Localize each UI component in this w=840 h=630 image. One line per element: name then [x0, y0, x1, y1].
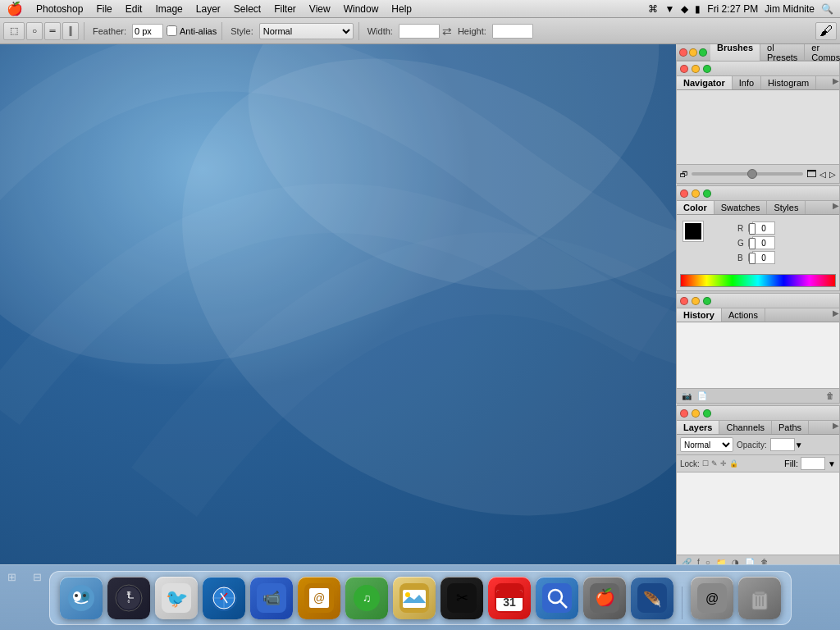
menu-view[interactable]: View	[303, 2, 337, 16]
color-panel-menu[interactable]: ▶	[833, 201, 839, 214]
history-delete[interactable]: 🗑	[824, 390, 836, 401]
feather-input[interactable]	[132, 24, 163, 39]
width-input[interactable]	[399, 24, 440, 39]
anti-alias-group[interactable]: Anti-alias	[167, 25, 217, 36]
blue-value-input[interactable]	[752, 251, 775, 264]
rectangular-marquee-btn[interactable]: ⬚	[3, 22, 25, 40]
lock-transparent-btn[interactable]: ☐	[702, 459, 709, 468]
lock-image-btn[interactable]: ✎	[711, 459, 718, 468]
elliptical-marquee-btn[interactable]: ○	[26, 22, 43, 40]
bluetooth-icon[interactable]: ⌘	[648, 3, 658, 15]
close-btn-layers[interactable]	[680, 409, 688, 418]
fill-input[interactable]	[801, 457, 825, 470]
green-track[interactable]	[748, 239, 750, 247]
dock-facetime[interactable]: 📹	[250, 577, 293, 619]
close-btn-nav[interactable]	[680, 65, 688, 73]
wifi-icon[interactable]: ▼	[664, 3, 674, 15]
lock-all-btn[interactable]: 🔒	[729, 459, 738, 468]
volume-icon[interactable]: ◆	[681, 3, 688, 15]
minimize-btn-history[interactable]	[692, 297, 700, 305]
dock-iphoto[interactable]	[393, 577, 436, 619]
menu-filter[interactable]: Filter	[267, 2, 303, 16]
layer-delete-icon[interactable]: 🗑	[759, 557, 770, 564]
tool-preset-btn[interactable]: 🖌	[815, 22, 837, 40]
dock-trash[interactable]	[738, 577, 781, 619]
dock-mail-right[interactable]: @	[691, 577, 733, 619]
tab-swatches[interactable]: Swatches	[714, 201, 768, 214]
dock-finder[interactable]	[60, 577, 103, 619]
red-thumb[interactable]	[749, 223, 756, 235]
close-btn-brushes[interactable]	[679, 48, 687, 57]
anti-alias-checkbox[interactable]	[167, 25, 177, 36]
swap-icon[interactable]: ⇄	[442, 25, 452, 38]
dock-clock[interactable]: 12 6	[107, 577, 150, 619]
lock-position-btn[interactable]: ✛	[720, 459, 727, 468]
tab-channels[interactable]: Channels	[719, 421, 771, 434]
menu-layer[interactable]: Layer	[189, 2, 227, 16]
blue-track[interactable]	[748, 253, 750, 262]
close-btn-color[interactable]	[680, 189, 688, 198]
minimize-btn-color[interactable]	[692, 189, 700, 198]
color-spectrum[interactable]	[680, 274, 836, 287]
zoom-btn-history[interactable]	[703, 297, 711, 305]
layer-link-icon[interactable]: 🔗	[680, 557, 693, 564]
tab-histogram[interactable]: Histogram	[761, 76, 816, 89]
blue-thumb[interactable]	[749, 253, 756, 264]
zoom-btn-nav[interactable]	[703, 65, 711, 73]
dock-finalcut[interactable]: ✂	[441, 577, 483, 619]
dock-isearch[interactable]	[536, 577, 578, 619]
tab-history[interactable]: History	[677, 308, 722, 322]
menu-select[interactable]: Select	[227, 2, 267, 16]
battery-icon[interactable]: ▮	[695, 3, 701, 15]
tab-info[interactable]: Info	[733, 76, 761, 89]
history-new-snapshot[interactable]: 📷	[680, 390, 693, 401]
minimize-btn-nav[interactable]	[692, 65, 700, 73]
green-value-input[interactable]	[752, 236, 775, 249]
green-thumb[interactable]	[749, 238, 756, 249]
single-col-btn[interactable]: ║	[62, 22, 79, 40]
layer-adj-icon[interactable]: ◑	[730, 557, 741, 564]
menu-image[interactable]: Image	[148, 2, 189, 16]
nav-right-arrow[interactable]: ▷	[829, 170, 836, 179]
layers-panel-menu[interactable]: ▶	[833, 421, 839, 434]
layer-style-icon[interactable]: f	[696, 557, 701, 564]
minimize-btn-brushes[interactable]	[689, 48, 697, 57]
nav-left-arrow[interactable]: ◁	[819, 170, 826, 179]
dock-ical[interactable]: 31	[488, 577, 531, 619]
color-foreground-swatch[interactable]	[683, 221, 703, 241]
zoom-in-icon[interactable]: 🗖	[806, 168, 816, 180]
blend-mode-select[interactable]: Normal Multiply Screen	[680, 437, 733, 452]
zoom-btn-layers[interactable]	[703, 409, 711, 418]
tab-navigator[interactable]: Navigator	[677, 76, 733, 89]
red-value-input[interactable]	[752, 221, 775, 235]
dock-apple-store[interactable]: 🍎	[583, 577, 626, 619]
menu-edit[interactable]: Edit	[119, 2, 149, 16]
zoom-btn-color[interactable]	[703, 189, 711, 198]
tab-layers[interactable]: Layers	[677, 421, 719, 434]
style-select[interactable]: Normal Fixed Aspect Ratio Fixed Size	[259, 23, 354, 39]
close-btn-history[interactable]	[680, 297, 688, 305]
dock-itunes[interactable]: ♫	[345, 577, 388, 619]
zoom-btn-brushes[interactable]	[699, 48, 707, 57]
dock-safari[interactable]	[203, 577, 245, 619]
menu-window[interactable]: Window	[337, 2, 386, 16]
history-panel-menu[interactable]: ▶	[833, 308, 839, 322]
layer-new-icon[interactable]: 📄	[743, 557, 756, 564]
fill-arrow[interactable]: ▼	[828, 459, 836, 468]
tab-styles[interactable]: Styles	[767, 201, 806, 214]
opacity-input[interactable]	[770, 438, 795, 451]
tab-color[interactable]: Color	[677, 201, 714, 214]
red-track[interactable]	[748, 224, 750, 232]
opacity-arrow[interactable]: ▼	[795, 441, 803, 450]
minimize-btn-layers[interactable]	[692, 409, 700, 418]
zoom-out-icon[interactable]: 🗗	[680, 170, 688, 179]
menu-help[interactable]: Help	[385, 2, 418, 16]
single-row-btn[interactable]: ═	[44, 22, 61, 40]
apple-menu[interactable]: 🍎	[0, 1, 30, 16]
height-input[interactable]	[492, 24, 533, 39]
tab-paths[interactable]: Paths	[772, 421, 809, 434]
dock-address-book[interactable]: @	[298, 577, 340, 619]
dock-photoshop[interactable]: 🪶	[631, 577, 673, 619]
menu-photoshop[interactable]: Photoshop	[30, 2, 89, 16]
history-new-doc[interactable]: 📄	[696, 390, 709, 401]
